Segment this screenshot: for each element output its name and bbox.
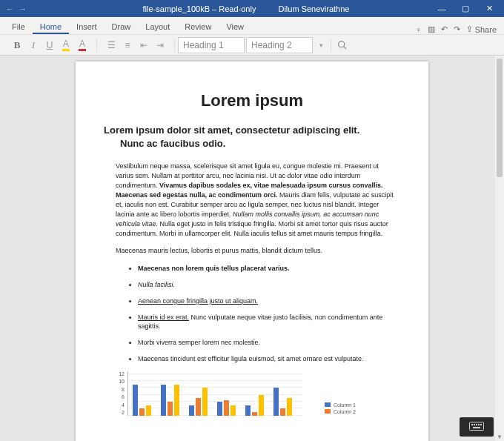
list-item-text: Maecenas non lorem quis tellus placerat … xyxy=(138,265,290,272)
search-icon xyxy=(337,40,347,50)
doc-list: Maecenas non lorem quis tellus placerat … xyxy=(104,264,400,364)
tab-view[interactable]: View xyxy=(219,19,251,34)
doc-para-1: Vestibulum neque massa, scelerisque sit … xyxy=(104,162,400,239)
lightbulb-icon[interactable]: ♀ xyxy=(415,25,421,34)
number-list-button[interactable]: ≡ xyxy=(121,39,134,52)
svg-rect-2 xyxy=(470,422,484,431)
doc-subtitle-line2: Nunc ac faucibus odio. xyxy=(104,137,400,150)
share-button[interactable]: ⇪ Share xyxy=(466,24,497,34)
tab-review[interactable]: Review xyxy=(177,19,219,34)
share-label: Share xyxy=(475,25,497,34)
reading-icon[interactable]: ▥ xyxy=(428,24,435,34)
ribbon: B I U A A ☰ ≡ ⇤ ⇥ Heading 1 Heading 2 ▾ xyxy=(0,35,504,56)
svg-rect-3 xyxy=(471,424,473,425)
chart-legend: Column 1Column 2 xyxy=(325,402,356,416)
scrollbar-thumb[interactable] xyxy=(497,59,503,177)
font-color-button[interactable]: A xyxy=(76,39,89,52)
doc-subtitle-line1: Lorem ipsum dolor sit amet, consectetur … xyxy=(104,125,359,136)
scroll-down-icon[interactable]: ▼ xyxy=(495,432,504,441)
chart-plot-inner xyxy=(127,371,302,416)
bold-button[interactable]: B xyxy=(10,39,24,52)
find-button[interactable] xyxy=(334,37,349,53)
user-name: Dilum Senevirathne xyxy=(278,4,349,13)
style-heading1[interactable]: Heading 1 xyxy=(178,37,245,53)
close-button[interactable]: ✕ xyxy=(477,0,501,17)
document-canvas: Lorem ipsum Lorem ipsum dolor sit amet, … xyxy=(0,56,504,441)
list-item: Nulla facilisi. xyxy=(138,280,400,289)
tab-insert[interactable]: Insert xyxy=(69,19,105,34)
doc-para-2: Maecenas mauris lectus, lobortis et puru… xyxy=(104,246,400,256)
tab-layout[interactable]: Layout xyxy=(138,19,177,34)
list-item: Morbi viverra semper lorem nec molestie. xyxy=(138,338,400,347)
list-item-text-u: Mauris id ex erat. xyxy=(138,314,189,321)
style-heading2[interactable]: Heading 2 xyxy=(246,37,313,53)
chart: 12108642 Column 1Column 2 xyxy=(104,371,400,416)
italic-button[interactable]: I xyxy=(27,39,40,52)
bullet-list-button[interactable]: ☰ xyxy=(105,39,118,52)
forward-icon[interactable]: → xyxy=(19,4,27,13)
svg-rect-7 xyxy=(480,424,482,425)
share-icon: ⇪ xyxy=(466,24,473,34)
doc-subtitle: Lorem ipsum dolor sit amet, consectetur … xyxy=(104,124,400,150)
tab-file[interactable]: File xyxy=(4,19,33,34)
minimize-button[interactable]: — xyxy=(430,0,454,17)
doc-title: Lorem ipsum xyxy=(104,91,400,110)
keyboard-icon xyxy=(469,422,484,432)
menubar: File Home Insert Draw Layout Review View… xyxy=(0,17,504,35)
vertical-scrollbar[interactable]: ▼ xyxy=(495,56,504,441)
titlebar-left: ← → xyxy=(3,4,62,13)
maximize-button[interactable]: ▢ xyxy=(454,0,477,17)
window-title: file-sample_100kB – Read-only xyxy=(143,4,256,13)
highlight-button[interactable]: A xyxy=(59,39,73,52)
svg-rect-8 xyxy=(473,427,480,428)
underline-button[interactable]: U xyxy=(43,39,56,52)
svg-point-0 xyxy=(338,42,344,47)
titlebar: ← → file-sample_100kB – Read-only Dilum … xyxy=(0,0,504,17)
svg-rect-5 xyxy=(476,424,477,425)
indent-button[interactable]: ⇥ xyxy=(153,39,167,52)
back-icon[interactable]: ← xyxy=(6,4,14,13)
chart-plot: 12108642 xyxy=(125,371,302,416)
list-item: Mauris id ex erat. Nunc vulputate neque … xyxy=(138,313,400,331)
document-page[interactable]: Lorem ipsum Lorem ipsum dolor sit amet, … xyxy=(76,62,428,441)
tab-home[interactable]: Home xyxy=(33,19,69,34)
svg-rect-6 xyxy=(478,424,480,425)
list-item: Maecenas tincidunt est efficitur ligula … xyxy=(138,354,400,363)
list-item-text: Nulla facilisi. xyxy=(138,281,175,288)
tab-draw[interactable]: Draw xyxy=(105,19,139,34)
style-expand-icon[interactable]: ▾ xyxy=(314,39,328,52)
list-item-text: Aenean congue fringilla justo ut aliquam… xyxy=(138,297,258,305)
list-item: Aenean congue fringilla justo ut aliquam… xyxy=(138,296,400,305)
svg-rect-4 xyxy=(474,424,475,425)
chart-yaxis: 12108642 xyxy=(116,371,125,416)
list-item: Maecenas non lorem quis tellus placerat … xyxy=(138,264,400,273)
redo-icon[interactable]: ↷ xyxy=(454,24,460,34)
undo-icon[interactable]: ↶ xyxy=(441,24,448,34)
touch-keyboard-button[interactable] xyxy=(460,417,494,437)
svg-line-1 xyxy=(343,47,345,49)
outdent-button[interactable]: ⇤ xyxy=(137,39,150,52)
